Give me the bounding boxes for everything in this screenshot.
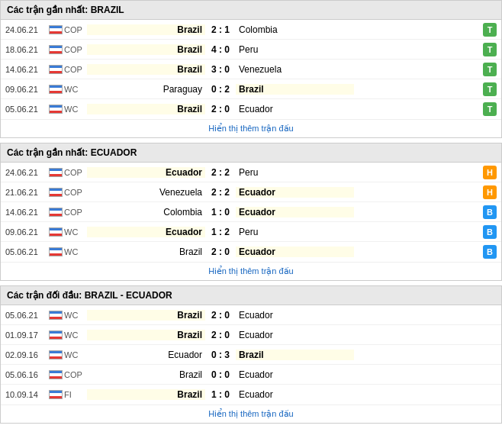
brazil-show-more[interactable]: Hiển thị thêm trận đấu: [1, 119, 501, 137]
match-date: 18.06.21: [5, 45, 47, 54]
flag-icon: [47, 208, 64, 217]
flag-icon: [47, 247, 64, 256]
h2h-section: Các trận đối đầu: BRAZIL - ECUADOR 05.06…: [0, 285, 502, 424]
home-team: Brazil: [87, 369, 205, 380]
match-date: 09.06.21: [5, 227, 47, 237]
competition-label: WC: [64, 350, 87, 359]
competition-label: COP: [64, 25, 87, 34]
home-team: Brazil: [87, 330, 205, 340]
flag-icon: [47, 25, 64, 34]
match-row: 24.06.21 COP Ecuador 2 : 2 Peru H: [1, 163, 501, 182]
away-team: Ecuador: [236, 389, 354, 400]
home-team: Colombia: [87, 207, 205, 218]
match-score: 2 : 0: [205, 247, 236, 257]
competition-label: COP: [64, 188, 87, 197]
match-row: 18.06.21 COP Brazil 4 : 0 Peru T: [1, 40, 501, 60]
match-date: 05.06.21: [5, 247, 47, 256]
match-score: 0 : 3: [205, 350, 236, 360]
result-badge: T: [483, 43, 497, 56]
away-team: Colombia: [236, 24, 354, 35]
match-date: 24.06.21: [5, 168, 47, 177]
flag-icon: [47, 350, 64, 359]
match-score: 2 : 2: [205, 187, 236, 198]
ecuador-section-title: Các trận gần nhất: ECUADOR: [1, 143, 501, 163]
match-date: 21.06.21: [5, 188, 47, 197]
competition-label: COP: [64, 45, 87, 54]
away-team: Venezuela: [236, 64, 354, 75]
away-team: Ecuador: [236, 207, 354, 218]
match-score: 0 : 2: [205, 84, 236, 95]
home-team: Ecuador: [87, 350, 205, 360]
h2h-show-more[interactable]: Hiển thị thêm trận đấu: [1, 404, 501, 423]
home-team: Ecuador: [87, 227, 205, 237]
competition-label: WC: [64, 85, 87, 94]
match-score: 2 : 0: [205, 310, 236, 321]
away-team: Peru: [236, 227, 354, 237]
match-row: 21.06.21 COP Venezuela 2 : 2 Ecuador H: [1, 182, 501, 202]
match-date: 05.06.21: [5, 105, 47, 114]
competition-label: COP: [64, 370, 87, 379]
home-team: Ecuador: [87, 167, 205, 178]
flag-icon: [47, 45, 64, 54]
match-date: 14.06.21: [5, 65, 47, 74]
flag-icon: [47, 370, 64, 379]
result-badge: T: [483, 63, 497, 76]
match-date: 10.09.14: [5, 390, 47, 399]
ecuador-recent-section: Các trận gần nhất: ECUADOR 24.06.21 COP …: [0, 143, 502, 281]
home-team: Brazil: [87, 44, 205, 55]
away-team: Peru: [236, 44, 354, 55]
result-badge: B: [483, 205, 497, 219]
away-team: Ecuador: [236, 247, 354, 257]
match-score: 3 : 0: [205, 64, 236, 75]
home-team: Brazil: [87, 64, 205, 75]
match-score: 4 : 0: [205, 44, 236, 55]
result-badge: B: [483, 245, 497, 259]
match-row: 05.06.21 WC Brazil 2 : 0 Ecuador: [1, 305, 501, 325]
ecuador-show-more[interactable]: Hiển thị thêm trận đấu: [1, 262, 501, 280]
match-row: 05.06.16 COP Brazil 0 : 0 Ecuador: [1, 365, 501, 385]
match-row: 05.06.21 WC Brazil 2 : 0 Ecuador T: [1, 99, 501, 119]
flag-icon: [47, 188, 64, 197]
brazil-section-title: Các trận gần nhất: BRAZIL: [1, 1, 501, 20]
flag-icon: [47, 330, 64, 340]
match-row: 09.06.21 WC Ecuador 1 : 2 Peru B: [1, 222, 501, 242]
home-team: Brazil: [87, 24, 205, 35]
match-date: 05.06.21: [5, 311, 47, 320]
flag-icon: [47, 65, 64, 74]
match-row: 14.06.21 COP Brazil 3 : 0 Venezuela T: [1, 60, 501, 79]
competition-label: COP: [64, 65, 87, 74]
flag-icon: [47, 311, 64, 320]
match-score: 1 : 0: [205, 389, 236, 400]
home-team: Venezuela: [87, 187, 205, 198]
flag-icon: [47, 168, 64, 177]
result-badge: T: [483, 82, 497, 96]
match-score: 2 : 2: [205, 167, 236, 178]
away-team: Ecuador: [236, 310, 354, 321]
home-team: Brazil: [87, 310, 205, 321]
flag-icon: [47, 227, 64, 237]
result-badge: B: [483, 225, 497, 239]
match-date: 01.09.17: [5, 330, 47, 340]
match-date: 24.06.21: [5, 25, 47, 34]
home-team: Brazil: [87, 389, 205, 400]
match-row: 09.06.21 WC Paraguay 0 : 2 Brazil T: [1, 79, 501, 99]
flag-icon: [47, 390, 64, 399]
competition-label: COP: [64, 168, 87, 177]
away-team: Brazil: [236, 84, 354, 95]
flag-icon: [47, 85, 64, 94]
match-score: 2 : 1: [205, 24, 236, 35]
match-score: 0 : 0: [205, 369, 236, 380]
flag-icon: [47, 105, 64, 114]
competition-label: WC: [64, 227, 87, 237]
result-badge: T: [483, 23, 497, 37]
match-date: 05.06.16: [5, 370, 47, 379]
match-row: 14.06.21 COP Colombia 1 : 0 Ecuador B: [1, 202, 501, 222]
match-row: 10.09.14 FI Brazil 1 : 0 Ecuador: [1, 385, 501, 404]
competition-label: FI: [64, 390, 87, 399]
match-score: 1 : 2: [205, 227, 236, 237]
brazil-recent-section: Các trận gần nhất: BRAZIL 24.06.21 COP B…: [0, 0, 502, 138]
competition-label: WC: [64, 105, 87, 114]
h2h-section-title: Các trận đối đầu: BRAZIL - ECUADOR: [1, 286, 501, 305]
competition-label: WC: [64, 247, 87, 256]
away-team: Ecuador: [236, 104, 354, 114]
